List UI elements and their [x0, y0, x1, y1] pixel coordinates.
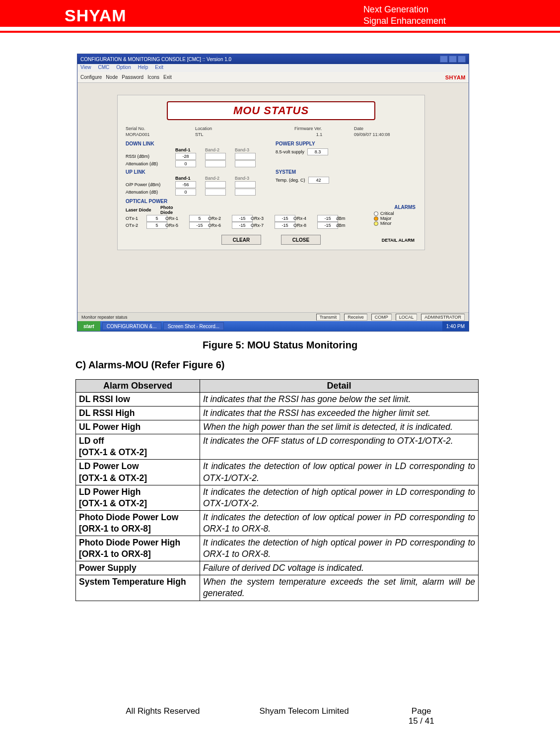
- orx2-value[interactable]: -15: [232, 215, 253, 222]
- alarm-cell: LD off[OTX-1 & OTX-2]: [76, 434, 200, 460]
- footer-page-number: 15 / 41: [409, 716, 434, 726]
- otx2-label: OTx-2: [126, 223, 145, 228]
- otx1-label: OTx-1: [126, 216, 145, 221]
- toolbar-icons[interactable]: Icons: [147, 74, 159, 80]
- orx7-value[interactable]: -15: [275, 222, 295, 229]
- powersupply-group: POWER SUPPLY 8.5-volt supply8.3: [276, 141, 417, 167]
- menu-option[interactable]: Option: [116, 65, 131, 71]
- detail-cell: Failure of derived DC voltage is indicat…: [200, 561, 479, 575]
- dl-rssi-b2[interactable]: [205, 153, 226, 160]
- table-row: Power Supply Failure of derived DC volta…: [76, 561, 479, 575]
- taskbar-item-1[interactable]: CONFIGURATION &...: [102, 322, 161, 330]
- status-admin: ADMINISTRATOR: [421, 314, 465, 321]
- status-bar: Monitor repeater status Transmit Receive…: [77, 312, 469, 321]
- alarm-cell: UL Power High: [76, 420, 200, 434]
- detail-cell: When the high power than the set limit i…: [200, 420, 479, 434]
- toolbar-node[interactable]: Node: [106, 74, 118, 80]
- ul-att-b3[interactable]: [235, 189, 256, 196]
- footer-left: All Rights Reserved: [126, 706, 200, 726]
- orx5-value[interactable]: -15: [189, 222, 210, 229]
- start-button[interactable]: start: [77, 321, 100, 331]
- menu-help[interactable]: Help: [138, 65, 148, 71]
- date-value: 09/09/07 11:40:08: [354, 132, 390, 137]
- orx4-value[interactable]: -15: [317, 215, 338, 222]
- menu-exit[interactable]: Exit: [155, 65, 163, 71]
- menu-cmc[interactable]: CMC: [98, 65, 110, 71]
- system-temp-value[interactable]: 42: [308, 177, 329, 184]
- orx2-label: ORx-2: [208, 216, 231, 221]
- alarm-cell: DL RSSI low: [76, 393, 200, 407]
- table-row: DL RSSI lowIt indicates that the RSSI ha…: [76, 393, 479, 407]
- detail-cell: It indicates the detection of low optica…: [200, 510, 479, 536]
- toolbar-configure[interactable]: Configure: [80, 74, 102, 80]
- alarm-major-label: Major: [380, 216, 392, 221]
- ul-att-b2[interactable]: [205, 189, 226, 196]
- photo-diode-head: Photo Diode: [160, 205, 183, 215]
- header-underline: [0, 31, 560, 33]
- detail-cell: It indicates that the RSSI has gone belo…: [200, 393, 479, 407]
- minimize-icon[interactable]: [440, 56, 448, 63]
- detail-cell: It indicates the detection of low optica…: [200, 460, 479, 485]
- maximize-icon[interactable]: [449, 56, 457, 63]
- optical-unit-2: dBm: [336, 223, 351, 228]
- otx2-value[interactable]: 5: [146, 222, 167, 229]
- menu-view[interactable]: View: [80, 65, 91, 71]
- alarms-title: ALARMS: [374, 204, 416, 210]
- orx7-label: ORx-7: [251, 223, 274, 228]
- alarms-legend: ALARMS Critical Major Minor: [374, 204, 416, 226]
- orx6-label: ORx-6: [208, 223, 231, 228]
- orx5-label: ORx-5: [165, 223, 188, 228]
- table-row: DL RSSI HighIt indicates that the RSSI h…: [76, 407, 479, 420]
- orx4-label: ORx-4: [293, 216, 316, 221]
- orx1-label: ORx-1: [165, 216, 188, 221]
- dl-att-b2[interactable]: [205, 160, 226, 167]
- ul-att-label: Attenuation (dB): [126, 190, 175, 195]
- detail-cell: It indicates the detection of high optic…: [200, 485, 479, 510]
- status-receive: Receive: [344, 314, 367, 321]
- dl-band2-head: Band-2: [205, 147, 235, 152]
- orx6-value[interactable]: -15: [232, 222, 253, 229]
- window-titlebar[interactable]: CONFIGURATION & MONITORING CONSOLE [CMC]…: [77, 54, 469, 64]
- toolbar-password[interactable]: Password: [122, 74, 143, 80]
- dl-att-b1[interactable]: 0: [175, 160, 196, 167]
- ps-value[interactable]: 8.3: [307, 148, 328, 155]
- ul-op-b3[interactable]: [235, 181, 256, 188]
- table-row: UL Power High When the high power than t…: [76, 420, 479, 434]
- dl-att-b3[interactable]: [235, 160, 256, 167]
- toolbar-exit[interactable]: Exit: [163, 74, 172, 80]
- alarm-critical-label: Critical: [380, 211, 394, 216]
- dl-rssi-b3[interactable]: [235, 153, 256, 160]
- major-dot-icon: [374, 216, 378, 221]
- otx1-value[interactable]: 5: [146, 215, 167, 222]
- toolbar-brand: SHYAM: [445, 74, 466, 80]
- mou-status-panel: MOU STATUS Serial No. MORAD001 Location …: [117, 95, 425, 250]
- taskbar-item-2[interactable]: Screen Shot - Record...: [163, 322, 224, 330]
- close-icon[interactable]: [458, 56, 466, 63]
- minor-dot-icon: [374, 221, 378, 226]
- ul-op-b1[interactable]: -56: [175, 181, 196, 188]
- alarm-cell: System Temperature High: [76, 575, 200, 601]
- firmware-label: Firmware Ver.: [294, 126, 344, 131]
- ul-band3-head: Band-3: [235, 176, 265, 181]
- detail-col-header: Detail: [200, 380, 479, 393]
- taskbar-clock[interactable]: 1:40 PM: [442, 321, 469, 331]
- serial-label: Serial No.: [126, 126, 185, 131]
- ul-op-b2[interactable]: [205, 181, 226, 188]
- location-label: Location: [195, 126, 284, 131]
- alarm-minor-label: Minor: [380, 221, 392, 226]
- dl-rssi-b1[interactable]: -28: [175, 153, 196, 160]
- detail-cell: It indicates the detection of high optic…: [200, 536, 479, 561]
- orx8-label: ORx-8: [293, 223, 316, 228]
- orx1-value[interactable]: 5: [189, 215, 210, 222]
- dl-band1-head: Band-1: [175, 147, 205, 152]
- detail-cell: It indicates that the RSSI has exceeded …: [200, 407, 479, 420]
- detail-cell: When the system temperature exceeds the …: [200, 575, 479, 601]
- ul-att-b1[interactable]: 0: [175, 189, 196, 196]
- detail-alarm-button[interactable]: DETAIL ALARM: [382, 238, 415, 243]
- clear-button[interactable]: CLEAR: [221, 235, 261, 245]
- window-title: CONFIGURATION & MONITORING CONSOLE [CMC]…: [80, 57, 231, 62]
- close-button[interactable]: CLOSE: [281, 235, 321, 245]
- downlink-group: DOWN LINK Band-1Band-2Band-3 RSSI (dBm)-…: [126, 141, 267, 167]
- orx8-value[interactable]: -15: [317, 222, 338, 229]
- orx3-value[interactable]: -15: [275, 215, 295, 222]
